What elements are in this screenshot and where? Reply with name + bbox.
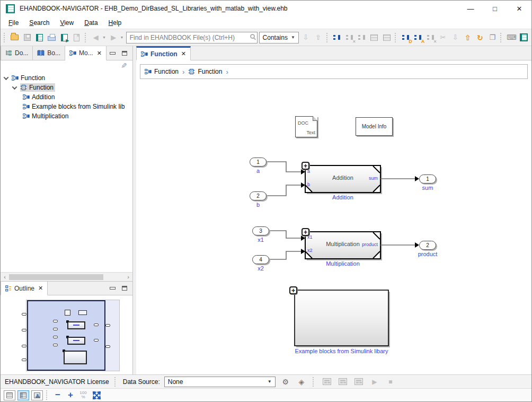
export-book-button[interactable]: ▶ xyxy=(59,31,69,44)
show-data-labels-button[interactable]: D xyxy=(401,31,411,44)
goto-model-button[interactable] xyxy=(332,31,342,44)
previous-model-button[interactable]: ✕ xyxy=(344,31,355,44)
split-view-button[interactable] xyxy=(17,390,29,400)
tab-books[interactable]: Bo... xyxy=(33,46,65,60)
addition-port-sum-label: sum xyxy=(347,176,378,181)
inport-2[interactable]: 2 xyxy=(250,191,267,200)
start-measurement-button[interactable]: ▶ xyxy=(369,375,380,388)
cut-links-button[interactable]: ✂ xyxy=(438,31,448,44)
tree-row-multiplication[interactable]: Multiplication xyxy=(1,111,132,121)
outport-product-label[interactable]: product xyxy=(412,251,444,257)
chevron-expanded-icon[interactable] xyxy=(4,75,9,80)
open-file-button[interactable] xyxy=(10,31,20,44)
next-model-button[interactable] xyxy=(357,31,367,44)
outport-product[interactable]: 2 xyxy=(419,241,436,250)
zoom-out-button[interactable]: − xyxy=(52,390,63,400)
inport-3[interactable]: 3 xyxy=(252,226,269,235)
measurement-window-button[interactable] xyxy=(321,375,333,388)
open-book-button[interactable] xyxy=(34,31,45,44)
print-button[interactable] xyxy=(47,31,57,44)
inport-3-label[interactable]: x1 xyxy=(245,237,277,243)
tree-row-function-root[interactable]: Function xyxy=(1,73,132,83)
menu-help[interactable]: Help xyxy=(104,18,127,28)
inport-4-label[interactable]: x2 xyxy=(245,265,277,272)
stop-measurement-button[interactable]: ■ xyxy=(385,375,396,388)
import-button[interactable]: ⇩ xyxy=(450,31,460,44)
export-pdf-button[interactable] xyxy=(71,31,82,44)
navigate-back-button[interactable]: ◀ xyxy=(90,31,101,44)
save-button[interactable] xyxy=(22,31,32,44)
inport-1[interactable]: 1 xyxy=(250,158,267,167)
calibration-window-button[interactable] xyxy=(337,375,349,388)
data-source-settings-button[interactable]: ⚙ xyxy=(280,375,291,388)
inport-1-label[interactable]: a xyxy=(242,168,274,174)
menu-data[interactable]: Data xyxy=(79,18,102,28)
tab-function[interactable]: Function ✕ xyxy=(136,46,191,60)
back-history-dropdown[interactable]: ▼ xyxy=(102,36,107,39)
find-input[interactable] xyxy=(126,32,258,43)
tab-models-close-icon[interactable]: ✕ xyxy=(97,50,102,57)
match-mode-dropdown[interactable]: Contains ▼ xyxy=(259,32,299,43)
scroll-right-icon[interactable]: › xyxy=(124,274,132,280)
fit-to-view-button[interactable] xyxy=(91,389,102,401)
scrollbar-thumb[interactable] xyxy=(9,274,103,280)
close-button[interactable]: ✕ xyxy=(507,1,531,16)
experiment-window-button[interactable] xyxy=(353,375,365,388)
maximize-panel-icon[interactable] xyxy=(122,51,127,56)
keyboard-shortcuts-button[interactable]: ⌨ xyxy=(506,31,517,44)
tree-row-addition[interactable]: Addition xyxy=(1,92,132,102)
minimize-button[interactable]: — xyxy=(458,1,483,16)
breadcrumb-item-subsystem[interactable]: Function xyxy=(188,68,222,75)
filter-pencil-icon[interactable]: ✎ xyxy=(121,62,127,70)
presentation-view-button[interactable] xyxy=(31,390,43,400)
navigate-forward-button[interactable]: ▶ xyxy=(108,31,119,44)
tab-models[interactable]: Mo... ✕ xyxy=(65,46,107,60)
model-info-block[interactable]: Model Info xyxy=(356,117,393,136)
forward-history-dropdown[interactable]: ▼ xyxy=(119,36,124,39)
clear-list-button[interactable] xyxy=(382,31,392,44)
reload-model-button[interactable]: ↻ xyxy=(475,31,485,44)
example-block-shape[interactable] xyxy=(295,290,390,347)
multiplication-block-link[interactable]: Multiplication xyxy=(305,260,380,267)
tab-function-close-icon[interactable]: ✕ xyxy=(181,50,186,57)
addition-block-link[interactable]: Addition xyxy=(305,194,380,200)
tree-row-function-subsystem[interactable]: Function xyxy=(1,83,132,92)
breadcrumb-item-function[interactable]: Function xyxy=(145,68,179,75)
show-annotation-labels-button[interactable]: A xyxy=(413,31,423,44)
about-navigator-button[interactable] xyxy=(518,31,529,44)
tree-horizontal-scrollbar[interactable]: ‹ › xyxy=(1,272,132,281)
menu-search[interactable]: Search xyxy=(24,18,54,28)
minimize-panel-icon[interactable] xyxy=(110,287,116,290)
zoom-100-button[interactable]: 100 % xyxy=(78,391,88,399)
single-page-view-button[interactable] xyxy=(4,390,15,400)
zoom-in-button[interactable]: + xyxy=(65,390,76,400)
doc-text-block[interactable]: DOC Text xyxy=(295,116,317,137)
maximize-panel-icon[interactable] xyxy=(122,286,127,291)
menu-file[interactable]: File xyxy=(4,18,23,28)
expand-subsystem-button[interactable]: + xyxy=(302,162,309,170)
maximize-button[interactable]: □ xyxy=(483,1,507,16)
inport-2-label[interactable]: b xyxy=(242,202,274,208)
menu-view[interactable]: View xyxy=(55,18,78,28)
show-list-button[interactable] xyxy=(369,31,379,44)
tab-outline-close-icon[interactable]: ✕ xyxy=(38,285,43,292)
hide-labels-button[interactable]: ✕ xyxy=(425,31,436,44)
data-source-layers-button[interactable]: ◈ xyxy=(296,375,307,388)
tab-documents[interactable]: Do... xyxy=(1,46,33,60)
tree-row-example-blocks[interactable]: Example blocks from Simulink lib xyxy=(1,102,132,111)
data-source-dropdown[interactable]: None ▼ xyxy=(164,377,276,387)
expand-subsystem-button[interactable]: + xyxy=(302,228,309,236)
example-block-link[interactable]: Example blocks from Simulink libary xyxy=(285,348,398,354)
find-next-button[interactable]: ⇩ xyxy=(300,31,311,44)
find-previous-button[interactable]: ⇧ xyxy=(313,31,323,44)
tab-outline[interactable]: Outline ✕ xyxy=(1,282,48,295)
windows-layout-button[interactable]: ❐ xyxy=(487,31,498,44)
minimize-panel-icon[interactable] xyxy=(110,52,116,55)
chevron-expanded-icon[interactable] xyxy=(12,84,17,90)
outport-sum-label[interactable]: sum xyxy=(412,185,444,191)
expand-subsystem-button[interactable]: + xyxy=(289,286,297,294)
outport-sum[interactable]: 1 xyxy=(419,174,436,183)
scroll-left-icon[interactable]: ‹ xyxy=(1,274,9,280)
export-button[interactable]: ⇧ xyxy=(462,31,473,44)
inport-4[interactable]: 4 xyxy=(252,255,269,264)
